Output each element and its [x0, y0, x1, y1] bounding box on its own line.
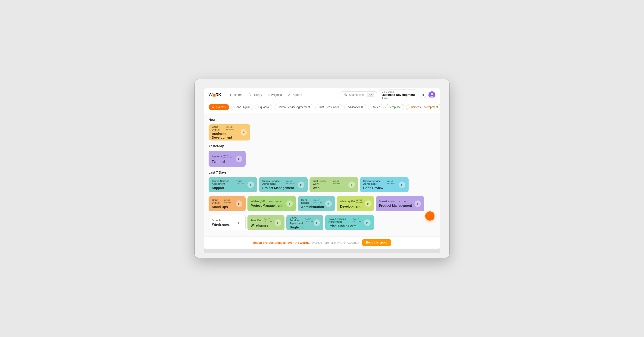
- play-card-button[interactable]: ▶: [298, 182, 304, 188]
- play-card-button[interactable]: ▶: [364, 220, 370, 226]
- avatar[interactable]: [428, 92, 436, 98]
- section-yesterday-title: Yesterday: [208, 144, 436, 148]
- nav-right: 🔍 Search Timer ⌘K Ganz Digital Business …: [341, 89, 436, 100]
- play-card-button[interactable]: ▶: [236, 156, 242, 162]
- filter-chip-squadra[interactable]: Squadra: [255, 104, 272, 110]
- cards-row-now: Ganz Digital GANZ DIGITAL Business Devel…: [208, 124, 436, 140]
- fab-button[interactable]: +: [425, 211, 434, 220]
- card-stand-ups[interactable]: Ganz Digital GANZ DIGITAL Stand Ups ▶: [208, 196, 246, 211]
- filter-chip-ganz-digital[interactable]: Ganz Digital: [231, 104, 253, 110]
- play-card-button[interactable]: ▶: [325, 200, 332, 207]
- card-pricehubble-form[interactable]: Caveo Service Agreement GANZ DIGITAL Pri…: [325, 215, 374, 230]
- filter-chip-tempdoc[interactable]: TempDoc: [386, 104, 404, 110]
- topnav: W◼RK ▶ Timers ⏱ History ≡ Projects ↗ Rep…: [204, 88, 440, 102]
- filter-chip-caveo-service-agreement[interactable]: Caveo Service Agreement: [274, 104, 313, 110]
- active-timer-time: 0:27: [382, 96, 415, 99]
- play-card-button[interactable]: ▶: [236, 220, 242, 226]
- play-card-button[interactable]: ▶: [365, 200, 372, 207]
- card-content: Ganz Digital GANZ DIGITAL Business Devel…: [212, 126, 240, 139]
- search-kbd: ⌘K: [367, 93, 374, 97]
- play-card-button[interactable]: ▶: [348, 182, 355, 188]
- card-code-review[interactable]: Caveo Service Agreement GANZ DIGITAL Cod…: [360, 177, 408, 192]
- nav-timers[interactable]: ▶ Timers: [228, 92, 245, 98]
- nav-history[interactable]: ⏱ History: [246, 92, 264, 98]
- play-card-button[interactable]: ▶: [414, 200, 421, 207]
- card-wireframes-tempdoc[interactable]: TempDoc GANZ DIGITAL Wireframes ▶: [248, 215, 284, 230]
- filter-chip-business-development[interactable]: Business Development: [406, 104, 440, 110]
- filter-chip-stouch[interactable]: Stouch: [368, 104, 384, 110]
- play-card-button[interactable]: ▶: [314, 220, 320, 226]
- card-now-business-dev[interactable]: Ganz Digital GANZ DIGITAL Business Devel…: [208, 124, 250, 140]
- card-development[interactable]: advisory360 GANZ DIGITAL Development ▶: [337, 196, 374, 211]
- card-bugfixing[interactable]: Caveo Service Agreement GANZ DIGITAL Bug…: [286, 215, 324, 230]
- card-wireframes-stouch[interactable]: Stouch Wireframes ▶: [208, 215, 246, 230]
- book-space-button[interactable]: Book this space: [362, 239, 391, 246]
- list-icon: ≡: [268, 93, 270, 96]
- cards-row-yesterday: Squadra GANZ DIGITAL Terminal ▶: [208, 151, 436, 167]
- search-timer[interactable]: 🔍 Search Timer ⌘K: [341, 92, 377, 98]
- card-administration[interactable]: Ganz Digital GANZ DIGITAL Administration…: [298, 196, 335, 211]
- card-project-management-caveo[interactable]: Caveo Service Agreement GANZ DIGITAL Pro…: [259, 177, 308, 192]
- main-content: Now Ganz Digital GANZ DIGITAL Business D…: [204, 113, 440, 236]
- history-icon: ⏱: [248, 93, 252, 96]
- active-timer-pill[interactable]: Ganz Digital Business Development 0:27: [379, 89, 417, 100]
- play-card-button[interactable]: ▶: [399, 182, 405, 188]
- card-pm-advisory[interactable]: advisory360 GANZ DIGITAL Project Managem…: [248, 196, 296, 211]
- card-yesterday-terminal[interactable]: Squadra GANZ DIGITAL Terminal ▶: [208, 151, 246, 167]
- nav-projects[interactable]: ≡ Projects: [266, 92, 284, 98]
- play-card-button[interactable]: ▶: [286, 200, 293, 207]
- filter-chip-advisory360[interactable]: advisory360: [344, 104, 366, 110]
- chart-icon: ↗: [288, 93, 290, 96]
- filter-bar: All projectsGanz DigitalSquadraCaveo Ser…: [204, 102, 440, 113]
- card-product-management[interactable]: Squadra GANZ DIGITAL Product Management …: [376, 196, 424, 211]
- card-content: Squadra GANZ DIGITAL Terminal: [212, 154, 236, 164]
- play-card-button[interactable]: ▶: [248, 182, 254, 188]
- active-dot: [382, 97, 383, 98]
- active-timer-info: Ganz Digital Business Development 0:27: [382, 90, 415, 99]
- section-now-title: Now: [208, 118, 436, 122]
- ad-text: Reach professionals all over the world. …: [253, 241, 360, 244]
- search-icon: 🔍: [344, 93, 348, 96]
- play-icon: ▶: [230, 93, 232, 96]
- section-7days-title: Last 7 Days: [208, 170, 436, 174]
- pause-card-button[interactable]: ⏸: [240, 129, 247, 136]
- card-web[interactable]: Just Press Work GANZ DIGITAL Web ▶: [310, 177, 358, 192]
- play-card-button[interactable]: ▶: [236, 200, 242, 207]
- filter-chip-just-press-work[interactable]: Just Press Work: [315, 104, 342, 110]
- nav-items: ▶ Timers ⏱ History ≡ Projects ↗ Reports: [228, 92, 341, 98]
- nav-reports[interactable]: ↗ Reports: [286, 92, 304, 98]
- ad-bar: Reach professionals all over the world. …: [204, 236, 440, 248]
- pause-button[interactable]: ⏸: [420, 92, 426, 98]
- svg-point-1: [431, 93, 433, 95]
- cards-row-7days-2: Ganz Digital GANZ DIGITAL Stand Ups ▶ ad…: [208, 196, 436, 211]
- cards-row-7days-3: Stouch Wireframes ▶ TempDoc GANZ DIGITAL…: [208, 215, 436, 230]
- play-card-button[interactable]: ▶: [275, 220, 281, 226]
- cards-row-7days-1: Caveo Service Agreement GANZ DIGITAL Sup…: [208, 177, 436, 192]
- card-support[interactable]: Caveo Service Agreement GANZ DIGITAL Sup…: [208, 177, 257, 192]
- app-logo[interactable]: W◼RK: [208, 92, 221, 98]
- filter-chip-all-projects[interactable]: All projects: [208, 104, 229, 110]
